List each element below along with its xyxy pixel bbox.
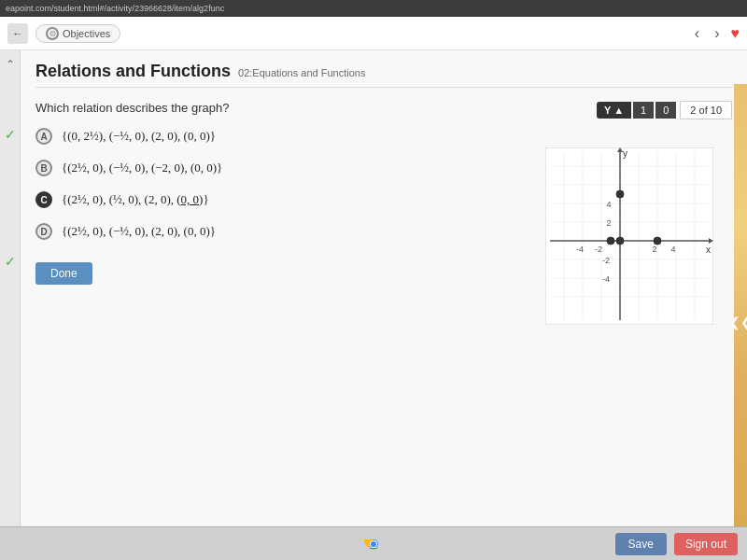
svg-point-31 bbox=[616, 190, 624, 198]
bottom-bar: Save Sign out bbox=[0, 526, 747, 560]
choice-c-circle: C bbox=[35, 191, 52, 208]
svg-point-37 bbox=[371, 541, 376, 547]
score-question-label: 2 of 10 bbox=[680, 101, 732, 119]
taskbar: eapoint.com/student.html#/activity/23966… bbox=[0, 0, 747, 17]
page-subtitle: 02:Equations and Functions bbox=[238, 67, 365, 78]
choice-d-text: {(2½, 0), (−½, 0), (2, 0), (0, 0)} bbox=[62, 224, 216, 239]
svg-text:-4: -4 bbox=[576, 245, 584, 254]
question-right: Y ▲ 1 0 2 of 10 bbox=[545, 101, 732, 329]
score-box: Y ▲ 1 0 2 of 10 bbox=[545, 101, 732, 119]
score-value-1: 1 bbox=[633, 102, 654, 119]
choice-b-text: {(2½, 0), (−½, 0), (−2, 0), (0, 0)} bbox=[62, 161, 222, 175]
page-area: ⌃ ✓ ✓ Relations and Functions 02:Equatio… bbox=[0, 50, 747, 560]
objectives-icon: ◍ bbox=[46, 27, 59, 40]
choice-a[interactable]: A {(0, 2½), (−½, 0), (2, 0), (0, 0)} bbox=[35, 128, 527, 145]
sidebar-check-2: ✓ bbox=[5, 254, 16, 269]
choice-a-text: {(0, 2½), (−½, 0), (2, 0), (0, 0)} bbox=[62, 129, 216, 144]
svg-text:-4: -4 bbox=[602, 274, 610, 284]
svg-text:-2: -2 bbox=[595, 245, 602, 254]
done-button[interactable]: Done bbox=[35, 262, 92, 285]
score-y-label: Y ▲ bbox=[597, 102, 631, 119]
svg-point-33 bbox=[654, 237, 661, 245]
page-title-bar: Relations and Functions 02:Equations and… bbox=[35, 62, 732, 88]
svg-rect-0 bbox=[545, 147, 713, 325]
question-prompt: Which relation describes the graph? bbox=[35, 101, 527, 115]
back-icon: ← bbox=[12, 27, 23, 40]
main-content: ← ◍ Objectives ‹ › ♥ ⌃ ✓ ✓ Relat bbox=[0, 17, 747, 560]
browser-url: eapoint.com/student.html#/activity/23966… bbox=[6, 4, 224, 13]
right-accent-top-icon: ❮❮ bbox=[729, 315, 747, 329]
left-sidebar: ⌃ ✓ ✓ bbox=[0, 50, 21, 560]
svg-text:x: x bbox=[706, 245, 711, 255]
choice-c-text: {(2½, 0), (½, 0), (2, 0), (0, 0)} bbox=[62, 192, 209, 207]
svg-point-32 bbox=[607, 237, 614, 245]
top-nav: ← ◍ Objectives ‹ › ♥ bbox=[0, 17, 747, 50]
signout-button[interactable]: Sign out bbox=[674, 533, 738, 555]
choice-d[interactable]: D {(2½, 0), (−½, 0), (2, 0), (0, 0)} bbox=[35, 223, 527, 240]
back-button[interactable]: ← bbox=[7, 23, 28, 44]
svg-point-34 bbox=[616, 237, 624, 245]
choice-b[interactable]: B {(2½, 0), (−½, 0), (−2, 0), (0, 0)} bbox=[35, 160, 527, 176]
svg-text:y: y bbox=[623, 148, 627, 159]
right-scroll-accent[interactable]: ❮❮ bbox=[734, 84, 747, 560]
favorite-button[interactable]: ♥ bbox=[731, 25, 740, 42]
svg-text:-2: -2 bbox=[602, 256, 610, 265]
svg-text:2: 2 bbox=[652, 245, 656, 254]
svg-text:4: 4 bbox=[670, 245, 675, 254]
svg-text:2: 2 bbox=[606, 218, 611, 228]
sidebar-collapse-arrow[interactable]: ⌃ bbox=[6, 58, 15, 71]
chrome-icon bbox=[362, 533, 385, 555]
objectives-button[interactable]: ◍ Objectives bbox=[35, 24, 120, 43]
sidebar-check-1: ✓ bbox=[5, 127, 16, 142]
score-value-2: 0 bbox=[655, 102, 676, 119]
choice-c[interactable]: C {(2½, 0), (½, 0), (2, 0), (0, 0)} bbox=[35, 191, 527, 208]
choice-d-circle: D bbox=[35, 223, 52, 240]
prev-chevron[interactable]: ‹ bbox=[691, 23, 703, 44]
question-left: Which relation describes the graph? A {(… bbox=[35, 101, 527, 329]
choice-a-circle: A bbox=[35, 128, 52, 145]
svg-text:4: 4 bbox=[606, 200, 611, 209]
graph-container: x y -4 -2 2 4 4 2 - bbox=[545, 147, 732, 329]
content-area: Relations and Functions 02:Equations and… bbox=[21, 50, 747, 560]
objectives-label: Objectives bbox=[63, 28, 110, 39]
page-title: Relations and Functions bbox=[35, 62, 231, 81]
save-button[interactable]: Save bbox=[615, 533, 667, 555]
next-chevron[interactable]: › bbox=[711, 23, 723, 44]
question-section: Which relation describes the graph? A {(… bbox=[35, 101, 732, 329]
screen: eapoint.com/student.html#/activity/23966… bbox=[0, 0, 747, 560]
coordinate-graph: x y -4 -2 2 4 4 2 - bbox=[545, 147, 713, 325]
choice-b-circle: B bbox=[35, 160, 52, 176]
